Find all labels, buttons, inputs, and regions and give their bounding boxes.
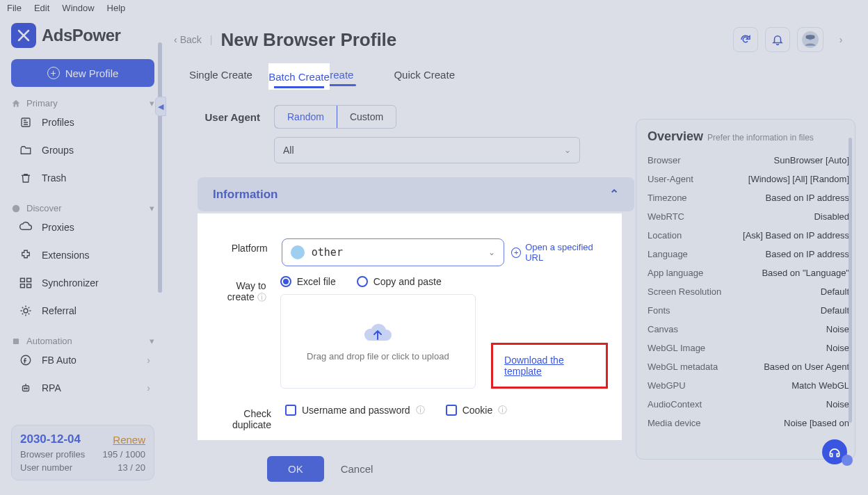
menu-help[interactable]: Help	[107, 3, 126, 13]
trash-icon	[18, 170, 33, 186]
logo-icon	[11, 23, 36, 48]
proxies-icon	[18, 220, 33, 235]
overview-panel: Overview Prefer the information in files…	[636, 119, 855, 460]
chevron-down-icon: ⌄	[564, 145, 571, 155]
check-cookie[interactable]: Cookieⓘ	[446, 404, 508, 416]
rpa-icon	[18, 380, 33, 396]
overview-row: WebRTCDisabled	[648, 207, 849, 226]
extensions-icon	[18, 248, 33, 263]
sidebar-item-rpa[interactable]: RPA ›	[11, 374, 154, 402]
information-section-header[interactable]: Information ⌃	[198, 177, 634, 211]
new-profile-button[interactable]: + New Profile	[11, 59, 154, 87]
ua-custom[interactable]: Custom	[337, 106, 396, 128]
overview-row: BrowserSunBrowser [Auto]	[648, 151, 849, 170]
sidebar-item-synchronizer[interactable]: Synchronizer	[11, 269, 154, 297]
tab-batch-create-highlight[interactable]: Batch Create	[268, 63, 330, 90]
overview-row: WebGPUMatch WebGL	[648, 376, 849, 395]
sync-icon	[18, 275, 33, 291]
plus-icon: +	[511, 248, 521, 258]
svg-rect-4	[21, 284, 25, 288]
user-agent-label: User Agent	[198, 111, 260, 123]
svg-rect-7	[13, 338, 19, 343]
svg-point-10	[24, 388, 26, 389]
overview-hint: Prefer the information in files	[707, 133, 814, 143]
menu-window[interactable]: Window	[62, 3, 94, 13]
page-title: New Browser Profile	[220, 29, 396, 51]
platform-label: Platform	[209, 238, 268, 254]
back-link[interactable]: ‹ Back	[174, 34, 202, 45]
batch-create-card: Platform other ⌄ + Open a specified URL …	[198, 213, 622, 440]
section-primary[interactable]: Primary▾	[11, 98, 154, 108]
plan-date: 2030-12-04	[20, 432, 81, 446]
overview-title: Overview	[648, 129, 703, 144]
section-automation[interactable]: Automation▾	[11, 336, 154, 346]
info-icon: ⓘ	[257, 292, 266, 302]
sidebar-item-extensions[interactable]: Extensions	[11, 241, 154, 269]
radio-copy-paste[interactable]: Copy and paste	[357, 276, 442, 287]
avatar-button[interactable]	[797, 27, 823, 52]
svg-rect-3	[27, 278, 31, 282]
sidebar-item-groups[interactable]: Groups	[11, 136, 154, 164]
cancel-button[interactable]: Cancel	[341, 463, 373, 475]
sidebar-item-referral[interactable]: Referral	[11, 297, 154, 325]
radio-excel-file[interactable]: Excel file	[280, 276, 336, 287]
sidebar-collapse-handle[interactable]: ◀	[155, 97, 166, 116]
ua-random[interactable]: Random	[274, 105, 337, 129]
chevron-down-icon: ⌄	[488, 248, 495, 257]
chevron-up-icon: ⌃	[609, 187, 619, 202]
platform-value: other	[312, 246, 343, 259]
refresh-button[interactable]	[733, 27, 758, 52]
logo: AdsPower	[11, 23, 154, 48]
overview-scrollbar[interactable]	[849, 138, 852, 423]
svg-point-6	[24, 309, 28, 313]
logo-text: AdsPower	[42, 26, 120, 45]
ua-version-select[interactable]: All ⌄	[274, 137, 580, 163]
download-template-highlight: Download the template	[491, 343, 608, 389]
svg-point-11	[26, 388, 28, 389]
overview-row: LanguageBased on IP address	[648, 245, 849, 263]
overview-row: CanvasNoise	[648, 320, 849, 339]
info-icon: ⓘ	[498, 404, 507, 416]
referral-icon	[18, 303, 33, 318]
sidebar-item-trash[interactable]: Trash	[11, 164, 154, 192]
chevron-right-icon: ›	[147, 355, 150, 366]
sidebar-scrollbar[interactable]	[158, 42, 162, 293]
open-specified-url-link[interactable]: + Open a specified URL	[511, 242, 608, 263]
new-profile-label: New Profile	[65, 67, 119, 79]
renew-link[interactable]: Renew	[113, 434, 145, 446]
overview-row: App languageBased on "Language"	[648, 263, 849, 282]
ok-button[interactable]: OK	[267, 456, 324, 482]
section-discover[interactable]: Discover▾	[11, 203, 154, 213]
overview-row: Location[Ask] Based on IP address	[648, 226, 849, 245]
cloud-upload-icon	[362, 321, 393, 347]
sidebar-item-proxies[interactable]: Proxies	[11, 213, 154, 241]
svg-rect-9	[23, 386, 29, 391]
menu-file[interactable]: File	[7, 3, 22, 13]
plan-card: 2030-12-04 Renew Browser profiles195 / 1…	[11, 425, 154, 480]
fbauto-icon	[18, 352, 33, 368]
download-template-link[interactable]: Download the template	[504, 355, 564, 377]
tab-quick-create[interactable]: Quick Create	[384, 62, 465, 89]
svg-rect-2	[21, 278, 25, 282]
overview-row: Screen ResolutionDefault	[648, 282, 849, 301]
user-agent-toggle: Random Custom	[274, 105, 396, 129]
file-upload-dropzone[interactable]: Drag and drop file or click to upload	[280, 294, 476, 389]
overview-row: Media deviceNoise [based on	[648, 414, 849, 432]
info-icon: ⓘ	[416, 404, 425, 416]
tab-single-create[interactable]: Single Create	[179, 62, 262, 89]
svg-rect-14	[806, 35, 815, 39]
platform-select[interactable]: other ⌄	[282, 238, 504, 266]
forward-button[interactable]: ›	[830, 27, 851, 52]
menu-edit[interactable]: Edit	[34, 3, 49, 13]
profiles-icon	[18, 115, 33, 130]
check-username-password[interactable]: Username and passwordⓘ	[285, 404, 425, 416]
way-to-create-label: Way to create ⓘ	[209, 276, 266, 304]
notification-button[interactable]	[765, 27, 790, 52]
chevron-right-icon: ›	[147, 382, 150, 393]
menubar: File Edit Window Help	[0, 0, 868, 16]
overview-row: WebGL ImageNoise	[648, 339, 849, 357]
sidebar-item-profiles[interactable]: Profiles	[11, 108, 154, 136]
svg-rect-5	[27, 284, 31, 288]
sidebar-item-fbauto[interactable]: FB Auto ›	[11, 346, 154, 374]
platform-icon	[291, 245, 305, 259]
